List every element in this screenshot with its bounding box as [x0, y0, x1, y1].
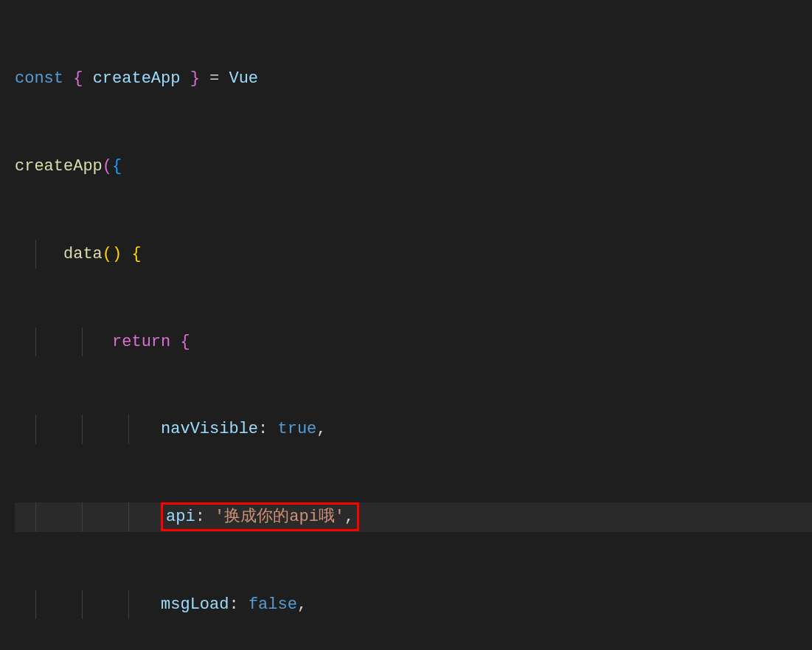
property-key: navVisible — [161, 420, 258, 438]
code-line: navVisible: true, — [15, 415, 812, 444]
brace: { — [180, 333, 190, 351]
code-line: msgLoad: false, — [15, 590, 812, 620]
boolean: false — [249, 595, 297, 614]
highlight-box: api: '换成你的api哦', — [161, 502, 359, 531]
keyword-return: return — [112, 333, 170, 351]
code-line-highlighted: api: '换成你的api哦', — [15, 502, 812, 532]
string: '换成你的api哦' — [215, 508, 344, 526]
code-line: data() { — [15, 240, 812, 269]
boolean: true — [277, 420, 316, 438]
brace: } — [190, 69, 200, 88]
paren: ( — [103, 157, 112, 176]
method-name: data — [63, 245, 103, 263]
property-key: msgLoad — [161, 595, 229, 614]
operator: = — [209, 69, 219, 88]
code-line: const { createApp } = Vue — [15, 64, 812, 94]
parens: () — [103, 245, 122, 263]
brace: { — [73, 69, 83, 88]
identifier: createApp — [93, 69, 181, 88]
keyword-const: const — [15, 69, 63, 88]
code-editor[interactable]: const { createApp } = Vue createApp({ da… — [0, 0, 812, 650]
property-key: api — [166, 508, 195, 526]
brace: { — [112, 157, 122, 176]
code-line: return { — [15, 328, 812, 357]
identifier: Vue — [229, 69, 258, 88]
function-call: createApp — [15, 157, 103, 176]
brace: { — [131, 245, 141, 263]
code-line: createApp({ — [15, 152, 812, 181]
